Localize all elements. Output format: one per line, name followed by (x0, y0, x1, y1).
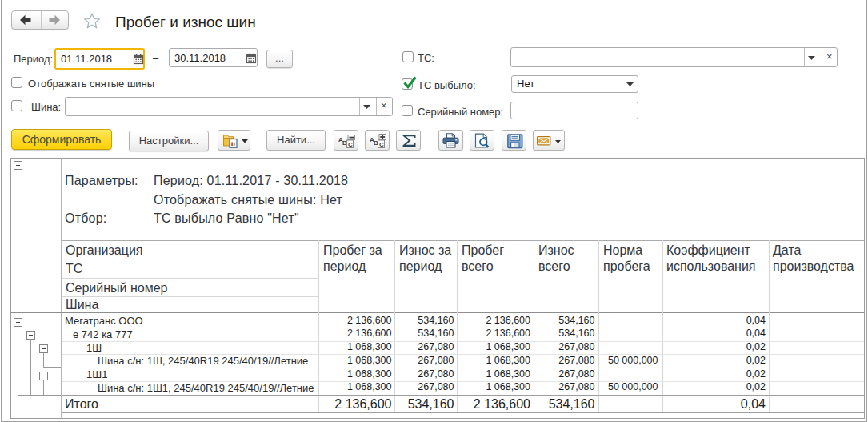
svg-text:С: С (379, 141, 384, 148)
svg-text:С: С (348, 141, 353, 148)
